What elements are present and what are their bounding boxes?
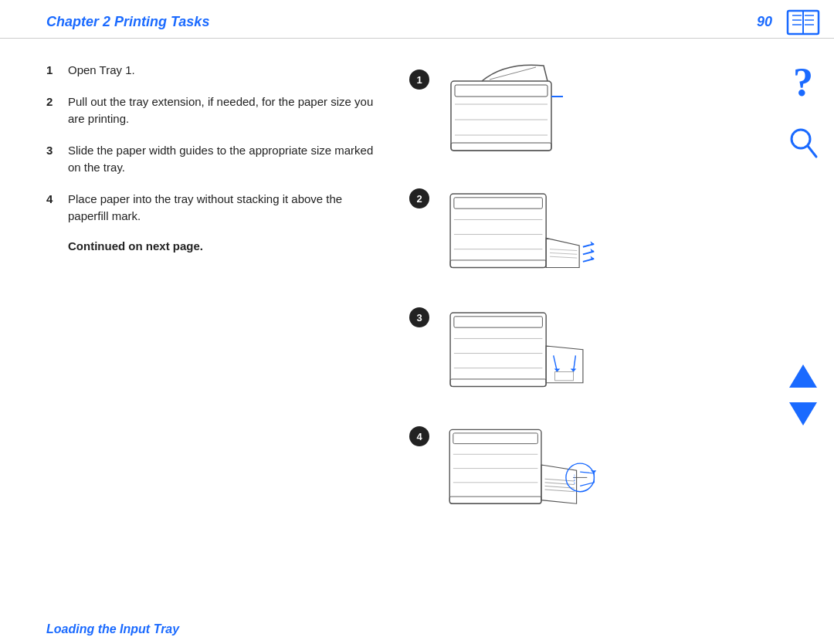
svg-line-14 (550, 256, 577, 258)
step-4-num: 4 (46, 191, 68, 225)
svg-line-41 (545, 490, 575, 492)
svg-line-39 (545, 483, 575, 485)
step-3-text: Slide the paper width guides to the appr… (68, 142, 378, 177)
badge-1: 1 (409, 69, 429, 90)
main-content: 1 Open Tray 1. 2 Pull out the tray exten… (0, 39, 834, 605)
step-4: 4 Place paper into the tray without stac… (46, 191, 378, 225)
arrow-up-button[interactable] (788, 363, 819, 391)
nav-arrows (788, 363, 819, 429)
svg-rect-5 (451, 143, 551, 151)
step-3: 3 Slide the paper width guides to the ap… (46, 142, 378, 177)
svg-rect-32 (449, 429, 541, 503)
printer-illustration-4 (436, 411, 598, 519)
printer-illustration-2 (436, 173, 598, 281)
svg-rect-6 (450, 194, 546, 267)
sidebar-icons: ? (780, 0, 826, 429)
svg-line-12 (550, 249, 577, 251)
step-2-text: Pull out the tray extension, if needed, … (68, 93, 378, 128)
svg-rect-1 (455, 85, 548, 97)
svg-marker-28 (554, 369, 561, 372)
svg-line-38 (545, 479, 575, 481)
step-2: 2 Pull out the tray extension, if needed… (46, 93, 378, 128)
svg-rect-31 (555, 371, 574, 380)
printer-step-3: 3 (409, 292, 664, 400)
footer-label: Loading the Input Tray (46, 622, 179, 636)
step-4-text: Place paper into the tray without stacki… (68, 191, 378, 225)
svg-rect-33 (453, 433, 538, 444)
printer-step-2: 2 (409, 173, 664, 281)
printer-illustration-3 (436, 292, 598, 400)
svg-marker-56 (789, 364, 817, 388)
printer-illustration-1 (436, 54, 598, 162)
step-1: 1 Open Tray 1. (46, 62, 378, 80)
illustrations-column: 1 2 (402, 54, 664, 605)
svg-rect-26 (450, 379, 546, 387)
svg-marker-57 (789, 402, 817, 425)
step-3-num: 3 (46, 142, 68, 177)
printer-step-1: 1 (409, 54, 664, 162)
svg-rect-7 (454, 198, 543, 208)
arrow-down-button[interactable] (788, 401, 819, 429)
question-icon[interactable]: ? (793, 63, 813, 103)
svg-rect-37 (449, 497, 541, 503)
badge-4: 4 (409, 426, 429, 446)
badge-3: 3 (409, 307, 429, 327)
chapter-title: Chapter 2 Printing Tasks (46, 14, 209, 30)
step-2-num: 2 (46, 93, 68, 128)
book-icon[interactable] (786, 8, 820, 39)
svg-rect-11 (450, 260, 546, 268)
step-1-num: 1 (46, 62, 68, 80)
text-column: 1 Open Tray 1. 2 Pull out the tray exten… (0, 54, 402, 605)
printer-step-4: 4 (409, 411, 664, 519)
step-1-text: Open Tray 1. (68, 62, 135, 80)
svg-rect-22 (454, 317, 543, 327)
badge-2: 2 (409, 188, 429, 208)
continued-note: Continued on next page. (68, 239, 378, 253)
svg-marker-30 (571, 369, 577, 372)
svg-line-55 (808, 146, 816, 157)
page-header: Chapter 2 Printing Tasks 90 (0, 0, 834, 39)
page-number: 90 (757, 14, 772, 30)
svg-rect-0 (451, 81, 551, 151)
search-icon[interactable] (788, 126, 819, 162)
svg-line-13 (550, 253, 577, 254)
svg-rect-21 (450, 313, 546, 386)
